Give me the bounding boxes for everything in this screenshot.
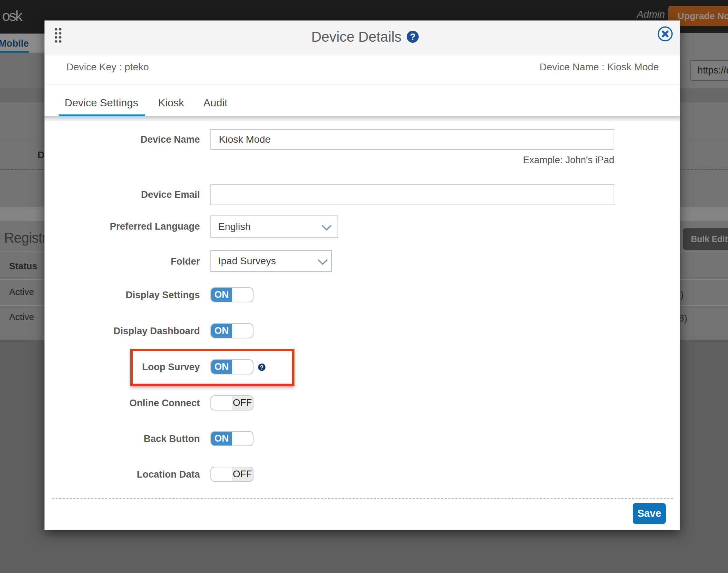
svg-text:?: ?	[410, 31, 416, 42]
svg-text:?: ?	[260, 364, 263, 371]
